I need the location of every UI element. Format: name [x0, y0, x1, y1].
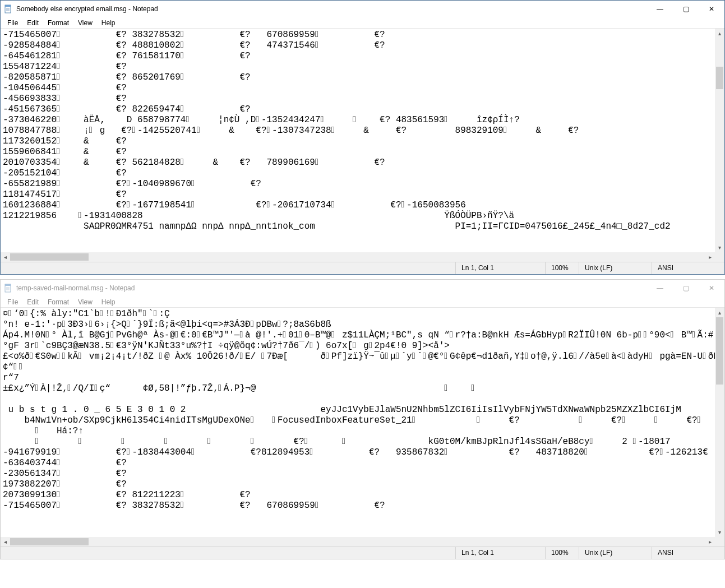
notepad-icon [4, 284, 13, 293]
menu-file[interactable]: File [3, 18, 22, 28]
vertical-scrollbar[interactable]: ▴ ▾ [715, 29, 724, 252]
notepad-icon [4, 4, 13, 13]
menu-view[interactable]: View [73, 297, 97, 307]
scroll-down-icon[interactable]: ▾ [715, 243, 724, 252]
notepad-window-top: Somebody else encrypted email.msg - Note… [0, 0, 725, 275]
status-zoom: 100% [545, 547, 579, 559]
status-eol: Unix (LF) [579, 262, 652, 274]
vscroll-thumb[interactable] [716, 317, 723, 385]
hscroll-thumb[interactable] [10, 538, 89, 545]
editor-text[interactable]: ¤￿‘0￿{:% àly:"C1`b￿!￿Ð1ðh"￿`￿:Ç °n! e-1:… [1, 308, 715, 537]
editor-area: ¤￿‘0￿{:% àly:"C1`b￿!￿Ð1ðh"￿`￿:Ç °n! e-1:… [1, 308, 724, 547]
menu-help[interactable]: Help [97, 18, 120, 28]
menu-format[interactable]: Format [43, 297, 73, 307]
menubar: File Edit Format View Help [1, 17, 724, 29]
statusbar: Ln 1, Col 1 100% Unix (LF) ANSI [1, 262, 724, 274]
maximize-button[interactable]: ▢ [673, 280, 699, 297]
menu-format[interactable]: Format [43, 18, 73, 28]
status-zoom: 100% [545, 262, 579, 274]
svg-rect-1 [5, 5, 11, 7]
scroll-up-icon[interactable]: ▴ [715, 29, 724, 38]
close-button[interactable]: ✕ [699, 280, 724, 297]
scroll-right-icon[interactable]: ▸ [705, 252, 715, 262]
scroll-corner [715, 537, 724, 547]
menu-view[interactable]: View [73, 18, 97, 28]
vertical-scrollbar[interactable]: ▴ ▾ [715, 308, 724, 537]
horizontal-scrollbar[interactable]: ◂ ▸ [1, 537, 715, 547]
svg-rect-6 [5, 284, 11, 286]
statusbar: Ln 1, Col 1 100% Unix (LF) ANSI [1, 547, 724, 559]
menu-help[interactable]: Help [97, 297, 120, 307]
window-controls: — ▢ ✕ [647, 1, 724, 17]
titlebar[interactable]: temp-saved-mail-normal.msg - Notepad — ▢… [1, 280, 724, 297]
menu-file[interactable]: File [3, 297, 22, 307]
scroll-down-icon[interactable]: ▾ [715, 527, 724, 537]
notepad-window-bottom: temp-saved-mail-normal.msg - Notepad — ▢… [0, 279, 725, 559]
vscroll-thumb[interactable] [716, 67, 723, 89]
menu-edit[interactable]: Edit [22, 18, 43, 28]
horizontal-scrollbar[interactable]: ◂ ▸ [1, 252, 715, 262]
minimize-button[interactable]: — [647, 1, 673, 17]
window-title: temp-saved-mail-normal.msg - Notepad [16, 284, 647, 292]
scroll-left-icon[interactable]: ◂ [1, 252, 10, 262]
scroll-right-icon[interactable]: ▸ [705, 537, 715, 547]
editor-area: -715465007￿ €? 383278532￿ €? 670869959￿ … [1, 29, 724, 262]
hscroll-thumb[interactable] [10, 253, 89, 261]
maximize-button[interactable]: ▢ [673, 1, 699, 17]
status-encoding: ANSI [652, 547, 724, 559]
scroll-left-icon[interactable]: ◂ [1, 537, 10, 547]
menu-edit[interactable]: Edit [22, 297, 43, 307]
titlebar[interactable]: Somebody else encrypted email.msg - Note… [1, 1, 724, 17]
status-position: Ln 1, Col 1 [455, 262, 545, 274]
status-encoding: ANSI [652, 262, 724, 274]
close-button[interactable]: ✕ [699, 1, 724, 17]
minimize-button[interactable]: — [647, 280, 673, 297]
window-controls: — ▢ ✕ [647, 280, 724, 297]
status-eol: Unix (LF) [579, 547, 652, 559]
window-title: Somebody else encrypted email.msg - Note… [16, 5, 647, 13]
menubar: File Edit Format View Help [1, 297, 724, 308]
scroll-corner [715, 252, 724, 262]
editor-text[interactable]: -715465007￿ €? 383278532￿ €? 670869959￿ … [1, 29, 715, 252]
status-position: Ln 1, Col 1 [455, 547, 545, 559]
scroll-up-icon[interactable]: ▴ [715, 308, 724, 317]
